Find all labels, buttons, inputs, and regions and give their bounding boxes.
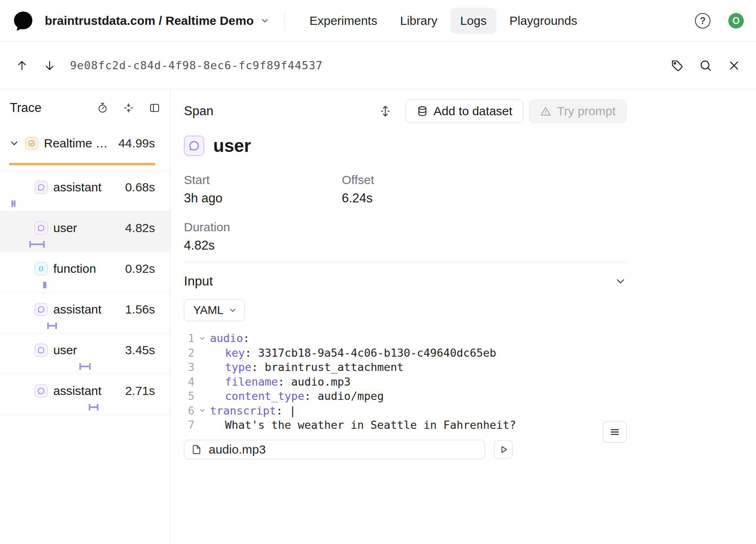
field-value: 4.82s — [184, 238, 342, 253]
chat-bubble-icon — [184, 136, 204, 156]
duration-bar — [79, 363, 91, 370]
function-parens-icon — [35, 262, 48, 275]
format-select[interactable]: YAML — [184, 299, 245, 321]
nav-experiments[interactable]: Experiments — [299, 8, 387, 34]
span-duration: 0.68s — [125, 180, 155, 194]
close-button[interactable] — [724, 56, 744, 75]
span-title-row: user — [184, 136, 627, 156]
input-section-header[interactable]: Input — [184, 274, 627, 289]
audio-file-icon — [191, 444, 202, 455]
play-audio-button[interactable] — [494, 440, 513, 459]
span-header: Span Add to dataset Try prompt — [184, 99, 627, 123]
user-avatar[interactable]: O — [728, 13, 744, 29]
line-number: 1 — [184, 332, 194, 344]
code-text: filename: audio.mp3 — [210, 375, 351, 388]
tag-button[interactable] — [667, 56, 687, 75]
project-switcher[interactable]: braintrustdata.com / Realtime Demo — [45, 14, 270, 28]
span-detail-panel: Span Add to dataset Try prompt — [170, 89, 756, 544]
help-glyph: ? — [700, 15, 706, 26]
chevron-down-icon[interactable] — [614, 275, 627, 287]
line-number: 7 — [184, 419, 194, 431]
line-number: 2 — [184, 347, 194, 359]
field-value: 6.24s — [342, 191, 627, 206]
span-duration: 1.56s — [125, 303, 155, 316]
trace-tree: Realtime ses... 44.99s assistant 0.68s — [0, 127, 170, 415]
format-select-value: YAML — [193, 304, 223, 317]
code-text: What's the weather in Seattle in Fahrenh… — [210, 419, 516, 431]
duration-bar — [29, 241, 45, 248]
search-button[interactable] — [696, 56, 715, 75]
span-label: function — [53, 262, 116, 276]
line-number: 3 — [184, 361, 194, 373]
line-number: 5 — [184, 390, 194, 402]
attachment-row: audio.mp3 — [184, 440, 627, 459]
duration-bar — [89, 404, 98, 410]
warning-triangle-icon — [540, 105, 551, 117]
line-number: 6 — [184, 404, 194, 417]
add-to-dataset-label: Add to dataset — [434, 104, 512, 118]
nav-playgrounds[interactable]: Playgrounds — [500, 8, 587, 34]
trace-tree-panel: Trace — [0, 89, 170, 544]
expand-vertical-icon[interactable] — [379, 105, 392, 118]
project-title: braintrustdata.com / Realtime Demo — [45, 14, 253, 28]
fold-chevron-icon[interactable] — [194, 335, 210, 342]
trace-root-row[interactable]: Realtime ses... 44.99s — [0, 127, 170, 171]
trace-span-row-function[interactable]: function 0.92s — [0, 252, 170, 293]
trace-span-row-assistant[interactable]: assistant 1.56s — [0, 293, 170, 333]
chevron-down-icon[interactable] — [9, 138, 20, 149]
next-trace-button[interactable] — [40, 56, 59, 75]
span-duration: 3.45s — [125, 343, 155, 357]
chevron-down-icon — [228, 306, 237, 315]
span-label: assistant — [53, 303, 116, 316]
divider — [284, 12, 285, 30]
trace-span-row-assistant[interactable]: assistant 2.71s — [0, 374, 170, 415]
avatar-letter: O — [732, 15, 740, 26]
try-prompt-button[interactable]: Try prompt — [529, 99, 627, 123]
field-label: Duration — [184, 220, 342, 234]
chat-bubble-icon — [35, 181, 48, 194]
panel-toggle-icon[interactable] — [149, 102, 160, 114]
code-text: transcript: | — [210, 404, 296, 417]
add-to-dataset-button[interactable]: Add to dataset — [406, 99, 523, 123]
tracebar-actions — [667, 56, 744, 75]
span-label: user — [53, 221, 116, 235]
chat-bubble-icon — [35, 222, 48, 235]
span-duration: 4.82s — [125, 221, 155, 235]
field-label: Offset — [342, 173, 627, 187]
audio-attachment[interactable]: audio.mp3 — [184, 440, 485, 459]
chat-bubble-icon — [35, 303, 48, 316]
collapse-all-icon[interactable] — [123, 102, 134, 114]
field-start: Start 3h ago — [184, 173, 342, 206]
more-options-button[interactable] — [603, 421, 627, 443]
chat-bubble-icon — [35, 344, 48, 357]
span-label: Realtime ses... — [44, 136, 109, 150]
field-duration: Duration 4.82s — [184, 220, 342, 253]
trace-span-row-assistant[interactable]: assistant 0.68s — [0, 171, 170, 211]
brand-logo-icon[interactable] — [12, 10, 34, 32]
help-button[interactable]: ? — [695, 13, 710, 29]
trace-tree-header: Trace — [0, 89, 170, 127]
attachment-filename: audio.mp3 — [209, 443, 266, 456]
yaml-code-viewer[interactable]: 1 audio: 2 key: 3317cb18-9a54-4c06-b130-… — [184, 331, 627, 432]
field-offset: Offset 6.24s — [342, 173, 627, 206]
section-divider — [184, 262, 627, 262]
timer-icon[interactable] — [97, 102, 108, 114]
task-check-icon — [25, 137, 38, 150]
code-text: content_type: audio/mpeg — [210, 390, 384, 402]
prev-trace-button[interactable] — [12, 56, 32, 75]
trace-span-row-user[interactable]: user 3.45s — [0, 333, 170, 374]
code-line: 7 What's the weather in Seattle in Fahre… — [184, 418, 627, 432]
nav-logs[interactable]: Logs — [450, 8, 496, 34]
trace-tree-tools — [97, 102, 160, 114]
span-duration: 44.99s — [118, 136, 155, 150]
span-duration: 2.71s — [125, 384, 155, 398]
code-text: audio: — [210, 332, 250, 344]
trace-span-row-user-selected[interactable]: user 4.82s — [0, 211, 170, 252]
top-navigation: braintrustdata.com / Realtime Demo Exper… — [0, 0, 756, 42]
nav-library[interactable]: Library — [390, 8, 447, 34]
field-label: Start — [184, 173, 342, 187]
fold-chevron-icon[interactable] — [194, 407, 210, 414]
input-section-title: Input — [184, 274, 213, 289]
span-label: assistant — [53, 384, 116, 398]
duration-bar — [11, 200, 15, 207]
